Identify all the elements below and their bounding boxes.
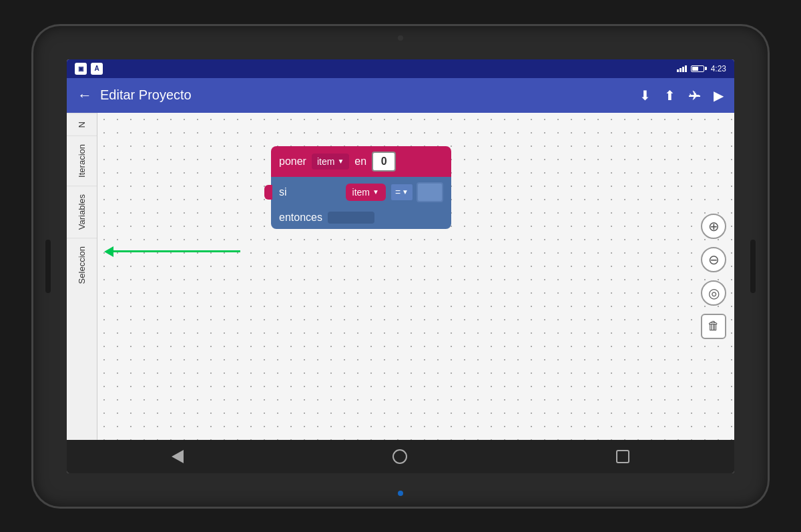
block-si-bottom: entonces — [271, 208, 451, 229]
si-item-dropdown[interactable]: item ▼ — [346, 184, 386, 201]
time-display: 4:23 — [711, 64, 726, 73]
canvas-area[interactable]: poner item ▼ en 0 si — [97, 113, 734, 440]
block-poner[interactable]: poner item ▼ en 0 — [271, 146, 451, 177]
home-nav-icon — [392, 449, 407, 464]
sidebar-item-n[interactable]: N — [67, 113, 97, 136]
right-controls: ⊕ ⊖ ◎ 🗑 — [701, 214, 726, 339]
left-sidebar: N Iteracion Variables Seleccion — [67, 113, 97, 440]
poner-variable-value: item — [317, 156, 334, 167]
poner-variable-dropdown[interactable]: item ▼ — [312, 154, 349, 170]
speaker-left — [45, 240, 51, 293]
target-icon: ◎ — [708, 285, 720, 301]
minus-icon: ⊖ — [708, 252, 720, 268]
play-button[interactable]: ▶ — [714, 87, 724, 103]
nav-home-button[interactable] — [392, 449, 407, 464]
trash-button[interactable]: 🗑 — [701, 314, 726, 339]
block-si[interactable]: si item ▼ — [271, 177, 451, 229]
nav-recents-button[interactable] — [616, 450, 629, 463]
zoom-out-button[interactable]: ⊖ — [701, 247, 726, 272]
operator-value: = — [395, 187, 400, 198]
connector-notch — [264, 185, 272, 200]
back-button[interactable]: ← — [77, 87, 92, 104]
entonces-slot — [328, 212, 374, 224]
tablet-device: ▣ A 4:23 ← — [33, 26, 768, 507]
toolbar-actions: ⬇ ⬆ ✈ ▶ — [639, 87, 724, 103]
sidebar-item-variables[interactable]: Variables — [67, 186, 97, 238]
arrow-head-icon — [104, 246, 113, 257]
operator-dropdown[interactable]: = ▼ — [390, 183, 414, 202]
battery-icon — [691, 65, 707, 72]
zoom-in-button[interactable]: ⊕ — [701, 214, 726, 239]
operator-arrow-icon: ▼ — [402, 188, 409, 196]
green-arrow — [104, 246, 240, 257]
status-bar-right: 4:23 — [677, 64, 726, 73]
toolbar: ← Editar Proyecto ⬇ ⬆ ✈ ▶ — [67, 78, 734, 113]
status-bar: ▣ A 4:23 — [67, 59, 734, 78]
download-button[interactable]: ⬇ — [639, 87, 651, 103]
signal-icon — [677, 65, 687, 72]
poner-label: poner — [279, 156, 306, 168]
si-value-input[interactable] — [417, 182, 443, 202]
plus-icon: ⊕ — [708, 218, 720, 234]
si-condition-area: item ▼ = ▼ — [346, 182, 443, 202]
en-label: en — [354, 156, 366, 168]
poner-value-box[interactable]: 0 — [372, 152, 396, 172]
nav-bar — [67, 440, 734, 473]
app-status-icon: ▣ — [75, 63, 87, 75]
bottom-indicator — [398, 491, 403, 496]
si-variable-value: item — [352, 187, 370, 198]
sidebar-item-iteracion[interactable]: Iteracion — [67, 136, 97, 186]
poner-dropdown-arrow-icon: ▼ — [337, 158, 344, 165]
trash-icon: 🗑 — [708, 319, 720, 333]
a-status-icon: A — [91, 63, 103, 75]
arrow-line — [113, 250, 240, 252]
nav-back-button[interactable] — [172, 450, 184, 463]
back-nav-icon — [172, 450, 184, 463]
main-content: N Iteracion Variables Seleccion poner it… — [67, 113, 734, 440]
entonces-label: entonces — [279, 212, 322, 224]
tablet-screen: ▣ A 4:23 ← — [67, 59, 734, 473]
recents-nav-icon — [616, 450, 629, 463]
blocks-container: poner item ▼ en 0 si — [271, 146, 451, 229]
sidebar-item-seleccion[interactable]: Seleccion — [67, 238, 97, 292]
target-button[interactable]: ◎ — [701, 280, 726, 306]
front-camera — [398, 35, 403, 41]
toolbar-title: Editar Proyecto — [100, 87, 631, 103]
wifi-off-button[interactable]: ✈ — [689, 87, 700, 103]
speaker-right — [750, 240, 756, 293]
si-label: si — [279, 186, 287, 198]
upload-button[interactable]: ⬆ — [664, 87, 676, 103]
block-si-top: si item ▼ — [271, 177, 451, 208]
status-bar-left: ▣ A — [75, 63, 103, 75]
si-dropdown-arrow-icon: ▼ — [372, 188, 379, 196]
